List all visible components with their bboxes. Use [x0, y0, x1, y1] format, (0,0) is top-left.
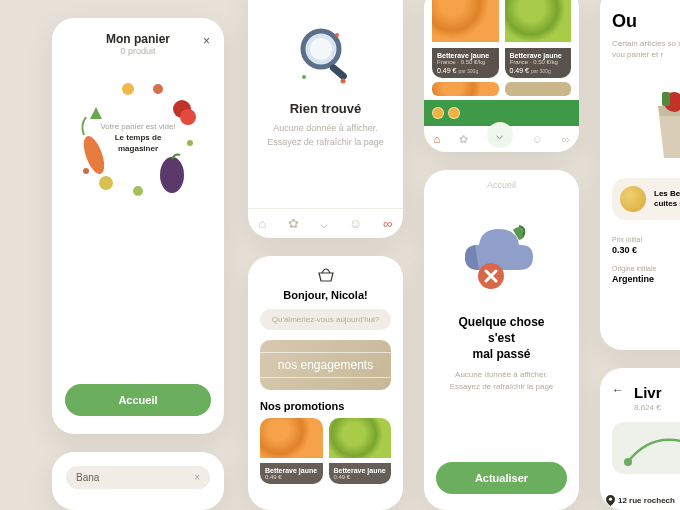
product-thumb	[620, 186, 646, 212]
engagement-banner[interactable]: nos engagements	[260, 340, 391, 390]
cart-header: Mon panier 0 produit	[52, 18, 224, 58]
greeting: Bonjour, Nicola!	[260, 289, 391, 301]
cart-item-dot	[448, 107, 460, 119]
screen-empty-state: Rien trouvé Aucune donnée à afficher.Ess…	[248, 0, 403, 238]
error-title: Quelque chose s'estmal passé	[424, 300, 579, 369]
nav-basket-icon[interactable]: ⌵	[487, 122, 513, 148]
back-icon[interactable]: ←	[612, 383, 624, 397]
empty-cart-illustration: Votre panier est vide! Le temps de magas…	[73, 72, 203, 202]
bottom-nav: ⌂ ✿ ⌵ ☺ ∞	[248, 208, 403, 238]
nav-link-icon[interactable]: ∞	[562, 133, 570, 145]
nav-carrot-icon[interactable]: ✿	[288, 216, 299, 231]
empty-title: Rien trouvé	[262, 101, 389, 116]
origin-label: Origine initiale	[612, 265, 680, 272]
go-home-button[interactable]: Accueil	[65, 384, 211, 416]
screen-search-chip: Bana ×	[52, 452, 224, 510]
product-card[interactable]: Betterave jaune0.49 €	[329, 418, 392, 484]
screen-delivery: ← Livr 8.624 € 12 rue rochech	[600, 368, 680, 510]
bottom-nav: ⌂ ✿ ⌵ ☺ ∞	[424, 126, 579, 152]
error-desc: Aucune donnée à afficher.Essayez de rafr…	[424, 369, 579, 393]
nav-home-icon[interactable]: ⌂	[259, 216, 267, 231]
cloud-error-illustration	[424, 222, 579, 300]
cart-subtitle: 0 produit	[52, 46, 224, 56]
search-input[interactable]: Qu'aimeriez-vous aujourd'hui?	[260, 309, 391, 330]
nav-basket-icon[interactable]: ⌵	[320, 216, 328, 231]
price-value: 0.30 €	[612, 245, 680, 255]
svg-point-14	[302, 75, 306, 79]
search-chip[interactable]: Bana ×	[66, 466, 210, 489]
page-subtitle: Certain articles so moment où vou panier…	[612, 38, 680, 60]
delivery-amount: 8.624 €	[634, 403, 680, 412]
svg-rect-12	[328, 63, 348, 81]
screen-product-grid: Betterave jauneFrance · 0.50 €/kg0.49 € …	[424, 0, 579, 152]
svg-rect-20	[662, 92, 670, 106]
clear-icon[interactable]: ×	[194, 472, 200, 483]
breadcrumb: Accueil	[424, 170, 579, 204]
svg-point-11	[310, 38, 332, 60]
svg-point-22	[609, 498, 612, 501]
product-card[interactable]: Betterave jauneFrance · 0.50 €/kg0.49 € …	[432, 0, 499, 78]
address-pin: 12 rue rochech	[606, 495, 675, 506]
section-title: Nos promotions	[260, 400, 391, 412]
cart-item-dot	[432, 107, 444, 119]
close-icon[interactable]: ×	[203, 34, 210, 48]
screen-detail: Mon Ou Certain articles so moment où vou…	[600, 0, 680, 350]
nav-user-icon[interactable]: ☺	[349, 216, 362, 231]
delivery-map[interactable]	[612, 422, 680, 474]
cart-title: Mon panier	[52, 32, 224, 46]
magnifier-illustration	[248, 0, 403, 93]
screen-home: Bonjour, Nicola! Qu'aimeriez-vous aujour…	[248, 256, 403, 510]
nav-user-icon[interactable]: ☺	[532, 133, 543, 145]
nav-carrot-icon[interactable]: ✿	[459, 133, 468, 146]
price-label: Prix initial	[612, 236, 680, 243]
product-row[interactable]: Les Betterav cuites sous-v	[612, 178, 680, 220]
empty-cart-text: Votre panier est vide! Le temps de magas…	[73, 72, 203, 202]
screen-cart: Mon panier 0 produit × Votre panier	[52, 18, 224, 434]
basket-icon	[260, 268, 391, 285]
refresh-button[interactable]: Actualiser	[436, 462, 568, 494]
empty-desc: Aucune donnée à afficher.Essayez de rafr…	[262, 122, 389, 149]
page-title: Ou	[612, 11, 680, 32]
svg-point-21	[624, 458, 632, 466]
product-name: Les Betterav cuites sous-v	[654, 189, 680, 210]
breadcrumb: Mon	[612, 0, 680, 5]
search-chip-text: Bana	[76, 472, 99, 483]
origin-value: Argentine	[612, 274, 680, 284]
nav-link-icon[interactable]: ∞	[383, 216, 392, 231]
screen-error: Accueil Quelque chose s'estmal passé Auc…	[424, 170, 579, 510]
svg-point-13	[340, 79, 345, 84]
nav-home-icon[interactable]: ⌂	[433, 133, 440, 145]
grocery-bag-illustration	[612, 72, 680, 164]
page-title: Livr	[634, 384, 680, 401]
product-card[interactable]: Betterave jauneFrance · 0.50 €/kg0.49 € …	[505, 0, 572, 78]
product-card[interactable]: Betterave jaune0.49 €	[260, 418, 323, 484]
svg-point-15	[335, 33, 339, 37]
